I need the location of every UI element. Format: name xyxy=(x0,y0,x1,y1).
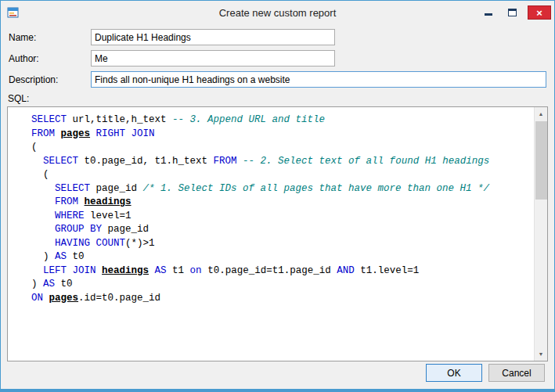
sql-line: LEFT JOIN headings AS t1 on t0.page_id=t… xyxy=(31,264,528,279)
description-row: Description: xyxy=(9,71,546,88)
sql-line: SELECT t0.page_id, t1.h_text FROM -- 2. … xyxy=(31,155,528,169)
minimize-icon xyxy=(485,9,492,16)
sql-line: ON pages.id=t0.page_id xyxy=(31,292,528,306)
name-input[interactable] xyxy=(91,29,335,45)
close-button[interactable]: × xyxy=(528,5,551,20)
sql-line: ( xyxy=(31,141,528,155)
scroll-up-icon: ▲ xyxy=(539,111,544,117)
sql-line: ) AS t0 xyxy=(31,250,528,264)
author-row: Author: xyxy=(9,50,546,67)
sql-line: SELECT url,title,h_text -- 3. Append URL… xyxy=(31,113,528,128)
author-label: Author: xyxy=(9,53,91,64)
sql-editor[interactable]: SELECT url,title,h_text -- 3. Append URL… xyxy=(7,106,548,361)
sql-code[interactable]: SELECT url,title,h_text -- 3. Append URL… xyxy=(8,107,533,361)
description-input[interactable] xyxy=(91,71,546,88)
scrollbar-thumb[interactable] xyxy=(535,121,547,200)
sql-line: WHERE level=1 xyxy=(31,210,528,224)
description-label: Description: xyxy=(9,74,91,85)
close-icon: × xyxy=(536,8,542,18)
scroll-up-button[interactable]: ▲ xyxy=(535,107,548,120)
dialog-buttons: OK Cancel xyxy=(426,364,545,382)
author-input[interactable] xyxy=(91,50,335,67)
ok-button[interactable]: OK xyxy=(426,364,482,382)
maximize-icon xyxy=(508,9,517,16)
scroll-down-icon: ▼ xyxy=(539,351,544,357)
window-controls: × xyxy=(481,5,551,20)
sql-line: GROUP BY page_id xyxy=(31,223,528,237)
sql-line: FROM pages RIGHT JOIN xyxy=(31,128,528,142)
sql-label: SQL: xyxy=(8,93,546,104)
sql-line: ) AS t0 xyxy=(31,278,528,292)
sql-line: SELECT page_id /* 1. Select IDs of all p… xyxy=(31,182,528,196)
sql-line: FROM headings xyxy=(31,196,528,210)
cancel-button[interactable]: Cancel xyxy=(488,364,545,382)
name-label: Name: xyxy=(9,32,91,43)
titlebar[interactable]: Create new custom report × xyxy=(1,1,554,24)
vertical-scrollbar[interactable]: ▲ ▼ xyxy=(534,107,547,361)
sql-line: HAVING COUNT(*)>1 xyxy=(31,237,528,251)
dialog-title: Create new custom report xyxy=(1,7,554,19)
app-icon xyxy=(7,6,20,19)
maximize-button[interactable] xyxy=(504,5,520,20)
name-row: Name: xyxy=(9,29,546,45)
create-custom-report-dialog: Create new custom report × Name: Author:… xyxy=(0,0,555,392)
sql-line: ( xyxy=(31,168,528,182)
minimize-button[interactable] xyxy=(481,5,496,20)
scroll-down-button[interactable]: ▼ xyxy=(535,347,548,361)
